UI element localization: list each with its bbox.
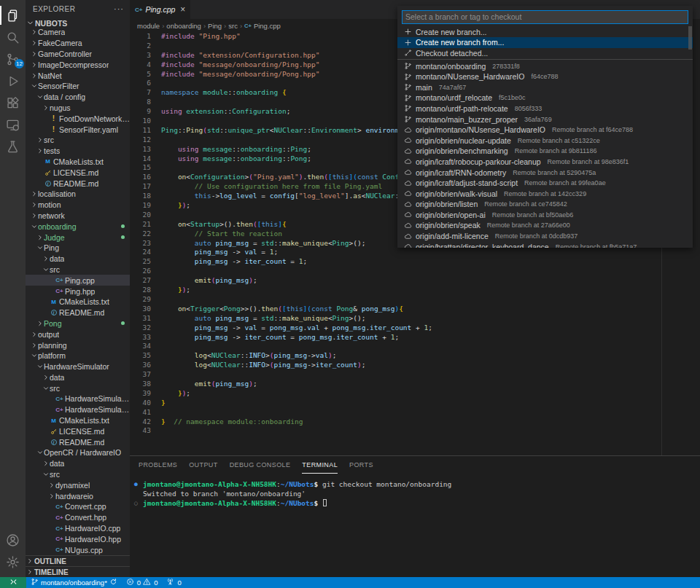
code-line[interactable]: 34 (130, 342, 661, 351)
tree-item-convert-hpp[interactable]: C+Convert.hpp (26, 512, 130, 523)
activity-run-debug[interactable] (0, 70, 26, 92)
code-line[interactable]: 32 ping_msg -> val = pong_msg.val + pong… (130, 324, 661, 333)
quickpick-item-montano-urdf-relocate[interactable]: montano/urdf_relocatef5c1be0c (397, 93, 693, 103)
tree-item-ping-hpp[interactable]: C+Ping.hpp (26, 286, 130, 297)
quickpick-item-origin-lcraft-robocup-parkour-cleanup[interactable]: origin/lcraft/robocup-parkour-cleanupRem… (397, 157, 693, 168)
panel-tab-ports[interactable]: PORTS (349, 456, 373, 474)
tree-item-camera[interactable]: Camera (26, 27, 130, 38)
code-line[interactable]: 31 auto ping_msg = std::make_unique<Ping… (130, 314, 661, 324)
breadcrumb-item[interactable]: src (228, 22, 238, 30)
tree-item-data[interactable]: data (26, 254, 130, 264)
tree-item-ping[interactable]: Ping (26, 243, 130, 254)
panel-tab-problems[interactable]: PROBLEMS (139, 456, 177, 474)
quickpick-item-origin-montano-nusense-hardwareio[interactable]: origin/montano/NUsense_HardwareIORemote … (397, 125, 693, 136)
code-line[interactable]: 36 log<NUClear::INFO>(ping_msg->iter_cou… (130, 361, 661, 370)
tree-item-nugus[interactable]: nugus (26, 103, 130, 114)
quickpick-item-montano-urdf-path-relocate[interactable]: montano/urdf-path-relocate8056f333 (397, 103, 693, 114)
tree-item-hardwaresimulator-hpp[interactable]: C+HardwareSimulator.hpp (26, 404, 130, 415)
tree-item-cmakelists-txt[interactable]: MCMakeLists.txt (26, 415, 130, 426)
quickpick-item-montano-nusense-hardwareio[interactable]: montano/NUsense_HardwareIOf64ce788 (397, 71, 693, 82)
tree-item-nugus-cpp[interactable]: C+NUgus.cpp (26, 544, 130, 555)
quickpick-item-montano-main-buzzer-proper[interactable]: montano/main_buzzer_proper36afa769 (397, 114, 693, 125)
quickpick-item-main[interactable]: main74a7af67 (397, 82, 693, 93)
code-line[interactable]: 38 emit(ping_msg); (130, 380, 661, 389)
quickpick-item-origin-obrien-listen[interactable]: origin/obrien/listenRemote branch at ce7… (397, 199, 693, 210)
tree-item-network[interactable]: network (26, 211, 130, 222)
sync-icon[interactable] (109, 578, 117, 587)
panel-tab-terminal[interactable]: TERMINAL (302, 456, 338, 474)
activity-settings[interactable] (0, 551, 26, 573)
activity-extensions[interactable] (0, 92, 26, 114)
breadcrumb-item[interactable]: onboarding (166, 22, 201, 30)
tree-item-src[interactable]: src (26, 383, 130, 393)
activity-testing[interactable] (0, 136, 26, 157)
branch-status-item[interactable]: montano/onboarding* (26, 577, 122, 588)
activity-search[interactable] (0, 26, 26, 48)
tree-item-motion[interactable]: motion (26, 200, 130, 211)
tab-ping-cpp[interactable]: C+ Ping.cpp × (130, 0, 190, 19)
panel-tab-output[interactable]: OUTPUT (189, 456, 217, 474)
tree-item-localisation[interactable]: localisation (26, 189, 130, 200)
terminal[interactable]: ●jmontano@jmontano-Alpha-X-NH58HK:~/NUbo… (130, 474, 700, 508)
quickpick-item-origin-obrien-speak[interactable]: origin/obrien/speakRemote branch at 27a6… (397, 220, 693, 231)
tree-item-hardwaresimulator[interactable]: HardwareSimulator (26, 361, 130, 372)
tree-item-data[interactable]: data (26, 372, 130, 383)
breadcrumb-item[interactable]: Ping.cpp (254, 22, 281, 30)
code-line[interactable]: 29 (130, 295, 661, 305)
breadcrumb-item[interactable]: module (137, 22, 160, 30)
quickpick-item-montano-onboarding[interactable]: montano/onboarding278331f8 (397, 60, 693, 71)
code-line[interactable]: 40} (130, 399, 661, 408)
tree-item-onboarding[interactable]: onboarding (26, 221, 130, 232)
activity-explorer[interactable] (0, 4, 26, 26)
branch-search-input[interactable] (402, 10, 688, 24)
tree-item-tests[interactable]: tests (26, 146, 130, 157)
timeline-section[interactable]: TIMELINE (26, 566, 130, 577)
code-line[interactable]: 33 ping_msg -> iter_count = pong_msg.ite… (130, 333, 661, 342)
quickpick-item-origin-brattan-director-keyboard-dance[interactable]: origin/brattan/director_keyboard_danceRe… (397, 241, 693, 248)
panel-tab-debug-console[interactable]: DEBUG CONSOLE (230, 456, 291, 474)
tree-item-hardwaresimulator-cpp[interactable]: C+HardwareSimulator.cpp (26, 393, 130, 404)
tree-item-data[interactable]: data (26, 458, 130, 469)
tree-item-hardwareio-cpp[interactable]: C+HardwareIO.cpp (26, 523, 130, 534)
tree-item-opencr-hardwareio[interactable]: OpenCR / HardwareIO (26, 447, 130, 458)
tree-item-convert-cpp[interactable]: C+Convert.cpp (26, 501, 130, 512)
close-icon[interactable]: × (180, 4, 185, 15)
quickpick-item-origin-add-mit-licence[interactable]: origin/add-mit-licenceRemote branch at 0… (397, 231, 693, 242)
code-line[interactable]: 25 ping_msg -> iter_count = 1; (130, 257, 661, 267)
tree-item-readme-md[interactable]: iREADME.md (26, 178, 130, 189)
quickpick-item-origin-obrien-nuclear-update[interactable]: origin/obrien/nuclear-updateRemote branc… (397, 135, 693, 146)
code-line[interactable]: 24 ping_msg -> val = 1; (130, 248, 661, 257)
outline-section[interactable]: OUTLINE (26, 555, 130, 566)
tree-item-src[interactable]: src (26, 469, 130, 480)
code-line[interactable]: 27 emit(ping_msg); (130, 276, 661, 286)
code-line[interactable]: 39 }); (130, 389, 661, 399)
quickpick-item-origin-lcraft-adjust-stand-script[interactable]: origin/lcraft/adjust-stand-scriptRemote … (397, 178, 693, 189)
quickpick-item-origin-obrien-open-ai[interactable]: origin/obrien/open-aiRemote branch at bf… (397, 210, 693, 221)
quickpick-item-create-new-branch-from-[interactable]: Create new branch from... (397, 37, 693, 48)
tree-item-src[interactable]: src (26, 135, 130, 146)
tree-item-data-config[interactable]: data / config (26, 92, 130, 103)
tree-item-cmakelists-txt[interactable]: MCMakeLists.txt (26, 297, 130, 307)
activity-account[interactable] (0, 529, 26, 551)
quickpick-item-origin-obrien-benchmarking[interactable]: origin/obrien/benchmarkingRemote branch … (397, 146, 693, 157)
tree-item-natnet[interactable]: NatNet (26, 70, 130, 81)
activity-remote-explorer[interactable] (0, 114, 26, 136)
problems-status-item[interactable]: 0 0 (122, 577, 163, 588)
activity-source-control[interactable]: 12 (0, 48, 26, 70)
tree-item-platform[interactable]: platform (26, 350, 130, 361)
tree-item-dynamixel[interactable]: dynamixel (26, 479, 130, 490)
tree-item-gamecontroller[interactable]: GameController (26, 49, 130, 60)
code-line[interactable]: 35 log<NUClear::INFO>(ping_msg->val); (130, 351, 661, 361)
tree-item-footdownnetwork-yaml[interactable]: !FootDownNetwork.yaml (26, 113, 130, 124)
tree-item-hardwareio[interactable]: hardwareio (26, 490, 130, 501)
remote-indicator[interactable] (0, 577, 26, 588)
code-line[interactable]: 30 on<Trigger<Pong>>().then([this](const… (130, 305, 661, 314)
more-actions-icon[interactable]: ··· (114, 4, 124, 13)
tree-item-license-md[interactable]: LICENSE.md (26, 167, 130, 178)
code-line[interactable]: 26 (130, 267, 661, 276)
tree-item-cmakelists-txt[interactable]: MCMakeLists.txt (26, 157, 130, 168)
tree-item-pong[interactable]: Pong (26, 318, 130, 329)
tree-item-imagedecompressor[interactable]: ImageDecompressor (26, 59, 130, 70)
tree-item-fakecamera[interactable]: FakeCamera (26, 38, 130, 49)
tree-item-judge[interactable]: Judge (26, 232, 130, 243)
